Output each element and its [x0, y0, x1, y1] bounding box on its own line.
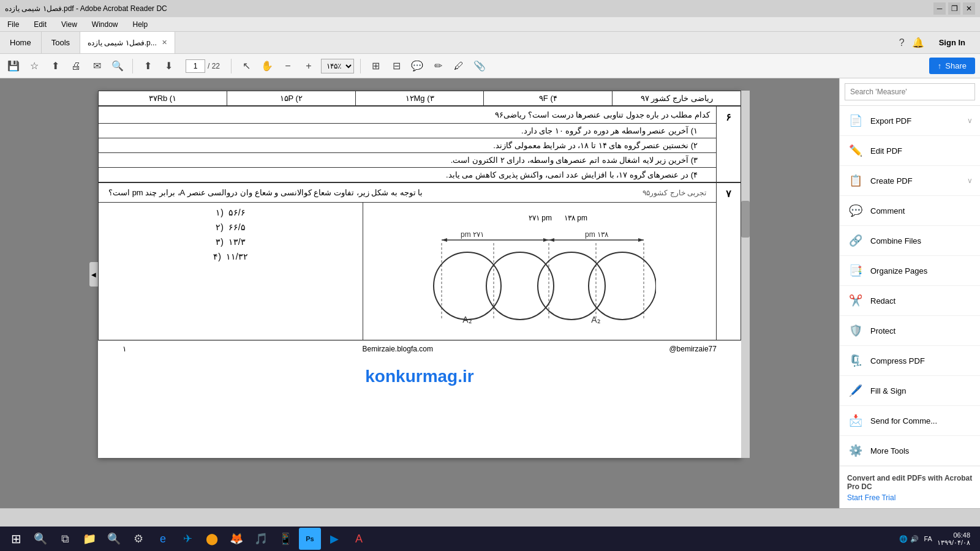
- panel-item-organize-pages[interactable]: 📑 Organize Pages: [840, 256, 980, 286]
- upload-button[interactable]: ⬆: [47, 58, 64, 75]
- panel-item-edit-pdf[interactable]: ✏️ Edit PDF: [840, 136, 980, 166]
- q7-opt3: ۱۳/۳ (۳: [108, 237, 353, 247]
- taskbar-app-chrome[interactable]: ⬤: [201, 528, 223, 550]
- panel-item-compress-pdf[interactable]: 🗜️ Compress PDF: [840, 346, 980, 376]
- taskbar-app-ie[interactable]: e: [152, 528, 174, 550]
- stamp-button[interactable]: 📎: [471, 58, 488, 75]
- panel-item-combine-files[interactable]: 🔗 Combine Files: [840, 226, 980, 256]
- fit-button[interactable]: ⊞: [367, 58, 384, 75]
- pdf-viewer[interactable]: ◀ ریاضی خارج کشور ۹۷ ۹F (۴ ۱۲Mg (۳ ۱۵P (…: [0, 78, 839, 508]
- task-view-icon[interactable]: ⧉: [54, 528, 76, 550]
- time: 06:48: [937, 531, 970, 539]
- q6-opt3: ۳) آخرین زیر لایه اشغال شده اتم عنصرهای …: [99, 153, 717, 168]
- taskbar-app-photoshop[interactable]: Ps: [299, 528, 321, 550]
- panel-item-send-comment[interactable]: 📩 Send for Comme...: [840, 406, 980, 436]
- expand-icon-2: ∨: [967, 176, 973, 185]
- tab-right-icons: ? 🔔 Sign In: [892, 32, 980, 53]
- comment-toolbar-button[interactable]: 💬: [409, 58, 426, 75]
- left-panel-toggle[interactable]: ◀: [89, 262, 98, 287]
- send-comment-icon: 📩: [847, 412, 864, 429]
- taskbar-app-search[interactable]: 🔍: [103, 528, 125, 550]
- panel-item-more-tools[interactable]: ⚙️ More Tools: [840, 436, 980, 466]
- panel-item-redact[interactable]: ✂️ Redact: [840, 286, 980, 316]
- tab-close-icon[interactable]: ✕: [162, 39, 167, 47]
- combine-files-icon: 🔗: [847, 232, 864, 249]
- pdf-footer: ۱ Bemirzaie.blogfa.com @bemirzaie77: [98, 340, 741, 357]
- save-button[interactable]: 💾: [5, 58, 22, 75]
- close-button[interactable]: ✕: [963, 2, 975, 15]
- pdf-page: ریاضی خارج کشور ۹۷ ۹F (۴ ۱۲Mg (۳ ۱۵P (۲ …: [98, 91, 741, 458]
- menu-view[interactable]: View: [59, 19, 80, 30]
- q6-opt4: ۴) در عنصرهای گروه ۱۷، با افزایش عدد اتم…: [99, 168, 717, 182]
- view-button[interactable]: ⊟: [388, 58, 405, 75]
- panel-item-fill-sign[interactable]: 🖊️ Fill & Sign: [840, 376, 980, 406]
- help-icon[interactable]: ?: [899, 37, 905, 48]
- taskbar-app-settings[interactable]: ⚙: [127, 528, 149, 550]
- promo-link[interactable]: Start Free Trial: [847, 493, 895, 502]
- menu-edit[interactable]: Edit: [31, 19, 49, 30]
- print-button[interactable]: 🖨: [67, 58, 85, 75]
- bell-icon[interactable]: 🔔: [912, 37, 924, 48]
- taskbar-app-explorer[interactable]: 📁: [78, 528, 100, 550]
- zoom-select[interactable]: ۱۴۵٪: [321, 59, 354, 73]
- more-tools-label: More Tools: [870, 446, 973, 455]
- taskbar-app-media[interactable]: 🎵: [250, 528, 272, 550]
- menu-help[interactable]: Help: [130, 19, 151, 30]
- share-button[interactable]: ↑ Share: [929, 58, 975, 74]
- draw-button[interactable]: ✏: [429, 58, 447, 75]
- taskbar-app-firefox[interactable]: 🦊: [225, 528, 247, 550]
- panel-item-comment[interactable]: 💬 Comment: [840, 196, 980, 226]
- tab-tools[interactable]: Tools: [42, 32, 80, 53]
- export-pdf-icon: 📄: [847, 112, 864, 129]
- svg-point-13: [538, 252, 605, 320]
- menu-file[interactable]: File: [5, 19, 21, 30]
- volume-icon[interactable]: 🔊: [910, 535, 919, 543]
- search-button[interactable]: 🔍: [109, 58, 126, 75]
- svg-point-12: [486, 252, 554, 320]
- page-total: / 22: [208, 62, 220, 70]
- page-input[interactable]: [186, 59, 205, 73]
- sys-tray-icons: 🌐 🔊: [899, 535, 919, 543]
- bookmark-button[interactable]: ☆: [26, 58, 43, 75]
- search-taskbar-icon[interactable]: 🔍: [29, 528, 51, 550]
- zoom-out-button[interactable]: −: [279, 58, 296, 75]
- edit-pdf-label: Edit PDF: [870, 146, 973, 156]
- taskbar-app-acrobat[interactable]: A: [348, 528, 370, 550]
- q7-number: ۷: [717, 183, 741, 340]
- panel-search-input[interactable]: [845, 83, 975, 100]
- taskbar-app-vs[interactable]: ▶: [323, 528, 345, 550]
- toolbar: 💾 ☆ ⬆ 🖨 ✉ 🔍 ⬆ ⬇ / 22 ↖ ✋ − + ۱۴۵٪ ⊞ ⊟ 💬 …: [0, 54, 980, 78]
- tab-doc[interactable]: فصل۱ شیمی یازده.p... ✕: [80, 32, 175, 53]
- svg-text:۲۷۱ pm: ۲۷۱ pm: [461, 230, 484, 239]
- hand-tool[interactable]: ✋: [258, 58, 276, 75]
- panel-item-export-pdf[interactable]: 📄 Export PDF ∨: [840, 106, 980, 136]
- taskbar-app-calculator[interactable]: 📱: [274, 528, 296, 550]
- email-button[interactable]: ✉: [88, 58, 105, 75]
- svg-text:۱۳۸ pm: ۱۳۸ pm: [585, 230, 609, 239]
- footer-social: @bemirzaie77: [669, 345, 717, 353]
- panel-promo: Convert and edit PDFs with Acrobat Pro D…: [840, 466, 980, 508]
- taskbar-app-telegram[interactable]: ✈: [176, 528, 198, 550]
- compress-pdf-label: Compress PDF: [870, 356, 973, 365]
- network-icon[interactable]: 🌐: [899, 535, 908, 543]
- date: ۱۳۹۹/۰۴/۰۸: [937, 539, 970, 547]
- create-pdf-icon: 📋: [847, 172, 864, 189]
- highlight-button[interactable]: 🖊: [450, 58, 467, 75]
- zoom-in-button[interactable]: +: [300, 58, 317, 75]
- cursor-tool[interactable]: ↖: [238, 58, 255, 75]
- next-page-button[interactable]: ⬇: [160, 58, 177, 75]
- titlebar: فصل۱ شیمی یازده.pdf - Adobe Acrobat Read…: [0, 0, 980, 17]
- panel-item-create-pdf[interactable]: 📋 Create PDF ∨: [840, 166, 980, 196]
- start-button[interactable]: ⊞: [5, 528, 27, 550]
- page-nav: / 22: [186, 59, 220, 73]
- taskbar: ⊞ 🔍 ⧉ 📁 🔍 ⚙ e ✈ ⬤ 🦊 🎵 📱 Ps ▶ A 🌐 🔊 FA 06…: [0, 527, 980, 551]
- tab-home[interactable]: Home: [0, 32, 42, 53]
- prev-page-button[interactable]: ⬆: [139, 58, 156, 75]
- panel-item-protect[interactable]: 🛡️ Protect: [840, 316, 980, 346]
- restore-button[interactable]: ❐: [948, 2, 960, 15]
- watermark: konkurmag.ir: [98, 357, 741, 396]
- minimize-button[interactable]: ─: [933, 2, 946, 15]
- scrollbar[interactable]: [741, 91, 750, 458]
- sign-in-button[interactable]: Sign In: [932, 36, 973, 50]
- menu-window[interactable]: Window: [89, 19, 121, 30]
